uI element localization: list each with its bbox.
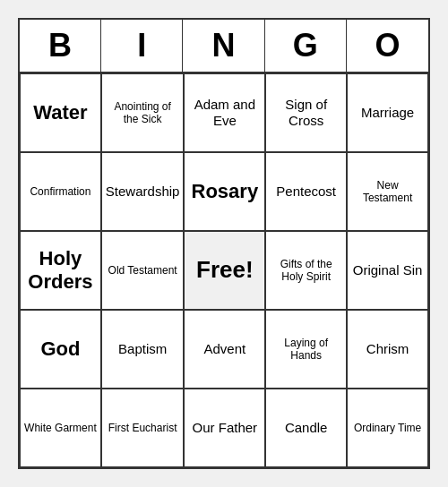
bingo-cell: Advent [184, 310, 265, 389]
bingo-cell: Rosary [184, 152, 265, 231]
bingo-cell: New Testament [347, 152, 428, 231]
bingo-cell: Anointing of the Sick [101, 73, 185, 152]
bingo-cell: Baptism [101, 310, 185, 389]
bingo-cell: Candle [265, 389, 347, 467]
bingo-cell: Free! [184, 231, 265, 310]
bingo-header: BINGO [20, 20, 428, 73]
bingo-header-letter: I [101, 20, 183, 72]
bingo-grid: WaterAnointing of the SickAdam and EveSi… [20, 73, 428, 467]
bingo-cell: Holy Orders [20, 231, 101, 310]
bingo-cell: Stewardship [101, 152, 185, 231]
bingo-cell: Ordinary Time [347, 389, 428, 467]
bingo-header-letter: B [20, 20, 101, 72]
bingo-header-letter: N [183, 20, 264, 72]
bingo-card: BINGO WaterAnointing of the SickAdam and… [18, 18, 430, 469]
bingo-cell: Marriage [347, 73, 428, 152]
bingo-cell: Chrism [347, 310, 428, 389]
bingo-header-letter: O [347, 20, 428, 72]
bingo-cell: Gifts of the Holy Spirit [265, 231, 347, 310]
bingo-header-letter: G [265, 20, 347, 72]
bingo-cell: White Garment [20, 389, 101, 467]
bingo-cell: Confirmation [20, 152, 101, 231]
bingo-cell: Our Father [184, 389, 265, 467]
bingo-cell: God [20, 310, 101, 389]
bingo-cell: Water [20, 73, 101, 152]
bingo-cell: Original Sin [347, 231, 428, 310]
bingo-cell: First Eucharist [101, 389, 185, 467]
bingo-cell: Old Testament [101, 231, 185, 310]
bingo-cell: Pentecost [265, 152, 347, 231]
bingo-cell: Sign of Cross [265, 73, 347, 152]
bingo-cell: Adam and Eve [184, 73, 265, 152]
bingo-cell: Laying of Hands [265, 310, 347, 389]
